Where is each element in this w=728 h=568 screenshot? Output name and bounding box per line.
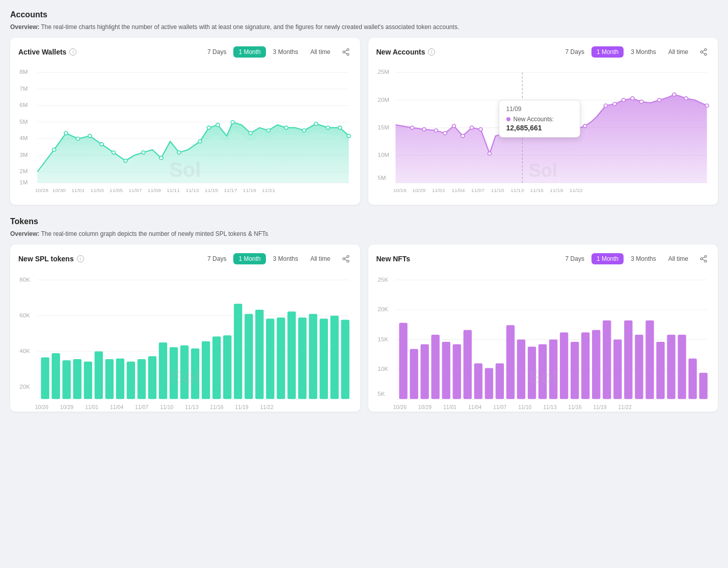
svg-text:11/05: 11/05 xyxy=(110,188,123,194)
new-accounts-7days-btn[interactable]: 7 Days xyxy=(560,46,589,58)
active-wallets-title-group: Active Wallets i xyxy=(18,48,76,56)
svg-text:11/16: 11/16 xyxy=(210,404,223,410)
svg-text:10/26: 10/26 xyxy=(393,188,407,194)
svg-text:11/01: 11/01 xyxy=(71,188,85,194)
new-spl-share-icon[interactable] xyxy=(340,253,352,265)
svg-rect-201 xyxy=(699,373,707,399)
svg-rect-188 xyxy=(559,332,568,399)
svg-text:4M: 4M xyxy=(19,136,28,142)
svg-text:11/15: 11/15 xyxy=(205,188,219,194)
svg-point-86 xyxy=(604,104,607,107)
svg-point-88 xyxy=(622,98,625,102)
svg-point-41 xyxy=(338,126,342,129)
active-wallets-share-icon[interactable] xyxy=(340,46,352,58)
new-accounts-info-icon[interactable]: i xyxy=(428,48,435,56)
svg-text:11/22: 11/22 xyxy=(618,404,631,410)
svg-text:11/04: 11/04 xyxy=(468,404,481,410)
new-spl-info-icon[interactable]: i xyxy=(77,255,84,262)
svg-text:25K: 25K xyxy=(378,276,388,283)
new-spl-7days-btn[interactable]: 7 Days xyxy=(202,253,231,264)
svg-rect-182 xyxy=(495,363,503,399)
svg-rect-195 xyxy=(635,335,643,399)
svg-text:40K: 40K xyxy=(19,347,30,354)
svg-point-82 xyxy=(535,126,539,129)
svg-rect-124 xyxy=(95,351,103,399)
svg-rect-134 xyxy=(202,341,210,399)
active-wallets-1month-btn[interactable]: 1 Month xyxy=(233,46,265,58)
svg-point-159 xyxy=(700,258,703,260)
svg-rect-185 xyxy=(527,346,535,399)
svg-point-39 xyxy=(314,122,318,126)
new-nfts-header: New NFTs 7 Days 1 Month 3 Months All tim… xyxy=(376,253,710,265)
svg-text:11/19: 11/19 xyxy=(550,188,563,194)
new-nfts-controls: 7 Days 1 Month 3 Months All time xyxy=(560,253,710,265)
new-accounts-alltime-btn[interactable]: All time xyxy=(663,46,693,58)
accounts-overview-label: Overview: xyxy=(10,23,39,31)
svg-rect-177 xyxy=(442,342,450,399)
svg-rect-184 xyxy=(517,339,525,399)
accounts-charts-grid: Active Wallets i 7 Days 1 Month 3 Months… xyxy=(10,38,718,205)
svg-point-90 xyxy=(639,100,643,103)
new-nfts-7days-btn[interactable]: 7 Days xyxy=(560,253,589,264)
new-accounts-1month-btn[interactable]: 1 Month xyxy=(591,46,624,58)
svg-line-109 xyxy=(344,259,347,261)
new-spl-3months-btn[interactable]: 3 Months xyxy=(268,253,303,264)
svg-point-21 xyxy=(52,148,56,152)
svg-rect-126 xyxy=(116,359,124,399)
new-spl-1month-btn[interactable]: 1 Month xyxy=(233,253,265,264)
svg-point-89 xyxy=(631,97,634,100)
svg-text:11/10: 11/10 xyxy=(518,404,531,410)
svg-text:11/13: 11/13 xyxy=(543,404,556,410)
svg-text:11/16: 11/16 xyxy=(568,404,581,410)
new-spl-tokens-card: New SPL tokens i 7 Days 1 Month 3 Months… xyxy=(10,245,360,412)
svg-line-60 xyxy=(703,50,705,51)
svg-point-87 xyxy=(612,102,616,106)
active-wallets-alltime-btn[interactable]: All time xyxy=(305,46,335,58)
new-nfts-share-icon[interactable] xyxy=(697,253,710,265)
svg-rect-132 xyxy=(180,345,188,399)
svg-rect-130 xyxy=(159,342,167,399)
svg-text:25M: 25M xyxy=(378,69,389,75)
new-accounts-3months-btn[interactable]: 3 Months xyxy=(626,46,661,58)
svg-rect-120 xyxy=(51,353,60,399)
svg-text:10/29: 10/29 xyxy=(412,188,426,194)
svg-rect-197 xyxy=(656,342,664,399)
svg-point-93 xyxy=(684,97,688,100)
new-nfts-1month-btn[interactable]: 1 Month xyxy=(591,253,624,264)
new-spl-chart: 80K 60K 40K 20K xyxy=(18,271,352,403)
active-wallets-info-icon[interactable]: i xyxy=(69,48,76,56)
svg-rect-136 xyxy=(223,335,231,399)
svg-text:11/22: 11/22 xyxy=(569,188,583,194)
new-accounts-card: New Accounts i 7 Days 1 Month 3 Months A… xyxy=(368,38,718,205)
svg-rect-146 xyxy=(330,316,338,399)
svg-line-3 xyxy=(344,52,347,54)
svg-point-35 xyxy=(249,131,252,135)
svg-point-56 xyxy=(705,48,707,50)
svg-point-108 xyxy=(347,260,349,262)
svg-text:5K: 5K xyxy=(378,390,385,397)
svg-text:60K: 60K xyxy=(19,312,30,318)
new-accounts-share-icon[interactable] xyxy=(697,46,710,58)
active-wallets-7days-btn[interactable]: 7 Days xyxy=(202,46,231,58)
svg-text:11/07: 11/07 xyxy=(493,404,506,410)
svg-text:5M: 5M xyxy=(378,175,386,181)
new-accounts-title: New Accounts xyxy=(376,48,425,56)
new-nfts-title-group: New NFTs xyxy=(376,255,411,263)
svg-point-26 xyxy=(112,151,115,154)
new-nfts-3months-btn[interactable]: 3 Months xyxy=(626,253,661,264)
svg-point-1 xyxy=(343,51,345,53)
svg-rect-174 xyxy=(410,349,418,399)
svg-rect-133 xyxy=(191,348,199,399)
svg-rect-189 xyxy=(571,342,579,399)
svg-rect-193 xyxy=(613,339,622,399)
new-spl-alltime-btn[interactable]: All time xyxy=(305,253,335,264)
svg-point-91 xyxy=(657,98,661,102)
svg-text:11/19: 11/19 xyxy=(243,188,257,194)
svg-point-40 xyxy=(326,126,330,129)
svg-rect-135 xyxy=(212,337,221,399)
active-wallets-3months-btn[interactable]: 3 Months xyxy=(268,46,303,58)
new-nfts-alltime-btn[interactable]: All time xyxy=(663,253,693,264)
svg-text:5M: 5M xyxy=(19,119,28,125)
svg-text:10/29: 10/29 xyxy=(60,404,73,410)
svg-rect-186 xyxy=(538,344,546,399)
